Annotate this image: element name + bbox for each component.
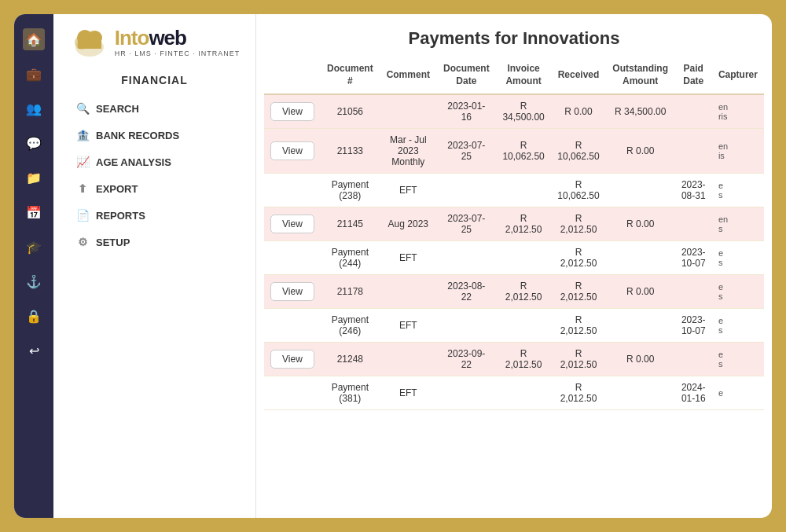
capturer-cell: e s xyxy=(712,309,764,343)
capturer-cell: e xyxy=(712,376,764,410)
logo-icon xyxy=(69,22,110,63)
nav-menu: 🔍 SEARCH 🏦 BANK RECORDS 📈 AGE ANALYSIS ⬆… xyxy=(53,96,255,256)
view-button[interactable]: View xyxy=(270,282,314,301)
paid-date-cell: 2023-10-07 xyxy=(675,241,712,275)
comment-cell: Mar - Jul 2023 Monthly xyxy=(380,129,437,174)
action-cell[interactable]: View xyxy=(264,343,321,376)
invoice-amount-cell xyxy=(496,174,551,207)
received-cell: R 0.00 xyxy=(551,94,606,129)
doc-date-cell: 2023-07-25 xyxy=(437,207,496,241)
nav-search-label: SEARCH xyxy=(96,103,139,115)
paid-date-cell: 2023-08-31 xyxy=(675,174,712,207)
svg-rect-5 xyxy=(78,39,101,49)
capturer-cell: e s xyxy=(712,275,764,309)
paid-date-cell xyxy=(675,94,712,129)
paid-date-cell xyxy=(675,207,712,241)
graduation-icon[interactable]: 🎓 xyxy=(23,236,45,258)
doc-date-cell: 2023-08-22 xyxy=(437,275,496,309)
doc-num-cell: Payment (244) xyxy=(321,241,380,275)
col-outstanding: Outstanding Amount xyxy=(606,57,675,94)
doc-num-cell: Payment (246) xyxy=(321,309,380,343)
view-button[interactable]: View xyxy=(270,141,314,160)
action-cell[interactable]: View xyxy=(264,129,321,174)
export-nav-icon: ⬆ xyxy=(75,182,90,195)
col-invoice-amount: Invoice Amount xyxy=(496,57,551,94)
table-row: View210562023-01-16R 34,500.00R 0.00R 34… xyxy=(264,94,764,129)
people-icon[interactable]: 👥 xyxy=(23,97,45,119)
doc-date-cell xyxy=(437,241,496,275)
folder-icon[interactable]: 📁 xyxy=(23,167,45,189)
table-row: View212482023-09-22R 2,012.50R 2,012.50R… xyxy=(264,343,764,376)
comment-cell xyxy=(380,275,437,309)
comment-cell: EFT xyxy=(380,241,437,275)
outstanding-cell xyxy=(606,309,675,343)
nav-reports[interactable]: 📄 REPORTS xyxy=(68,203,241,228)
nav-setup-label: SETUP xyxy=(96,237,130,248)
table-row: Payment (238)EFTR 10,062.502023-08-31e s xyxy=(264,174,764,207)
table-row: Payment (244)EFTR 2,012.502023-10-07e s xyxy=(264,241,764,275)
action-cell xyxy=(264,376,321,410)
action-cell[interactable]: View xyxy=(264,207,321,241)
nav-bank-records[interactable]: 🏦 BANK RECORDS xyxy=(68,123,241,148)
paid-date-cell: 2024-01-16 xyxy=(675,376,712,410)
home-icon[interactable]: 🏠 xyxy=(23,28,45,50)
doc-num-cell: 21133 xyxy=(321,129,380,174)
col-doc-num: Document # xyxy=(321,57,380,94)
briefcase-icon[interactable]: 💼 xyxy=(23,63,45,85)
outstanding-cell: R 34,500.00 xyxy=(606,94,675,129)
received-cell: R 2,012.50 xyxy=(551,376,606,410)
action-cell[interactable]: View xyxy=(264,275,321,309)
nav-export[interactable]: ⬆ EXPORT xyxy=(68,176,241,201)
action-cell xyxy=(264,241,321,275)
invoice-amount-cell: R 2,012.50 xyxy=(496,343,551,376)
col-capturer: Capturer xyxy=(712,57,764,94)
outstanding-cell: R 0.00 xyxy=(606,207,675,241)
calendar-icon[interactable]: 📅 xyxy=(23,201,45,223)
table-row: View211782023-08-22R 2,012.50R 2,012.50R… xyxy=(264,275,764,309)
table-row: View21145Aug 20232023-07-25R 2,012.50R 2… xyxy=(264,207,764,241)
doc-num-cell: 21178 xyxy=(321,275,380,309)
nav-search[interactable]: 🔍 SEARCH xyxy=(68,96,241,121)
capturer-cell: en ris xyxy=(712,94,764,129)
view-button[interactable]: View xyxy=(270,215,314,233)
brand-tagline: HR · LMS · FINTEC · INTRANET xyxy=(115,50,241,57)
received-cell: R 2,012.50 xyxy=(551,309,606,343)
logo-text: Intoweb HR · LMS · FINTEC · INTRANET xyxy=(115,28,241,57)
received-cell: R 2,012.50 xyxy=(551,207,606,241)
chat-icon[interactable]: 💬 xyxy=(23,132,45,154)
search-nav-icon: 🔍 xyxy=(75,102,90,115)
lock-icon[interactable]: 🔒 xyxy=(23,305,45,327)
doc-num-cell: 21145 xyxy=(321,207,380,241)
anchor-icon[interactable]: ⚓ xyxy=(23,270,45,292)
doc-num-cell: Payment (381) xyxy=(321,376,380,410)
setup-nav-icon: ⚙ xyxy=(75,236,90,248)
inner-container: 🏠 💼 👥 💬 📁 📅 🎓 ⚓ 🔒 ↩ xyxy=(14,14,772,518)
invoice-amount-cell: R 2,012.50 xyxy=(496,275,551,309)
table-wrapper[interactable]: Document # Comment Document Date Invoice… xyxy=(256,57,772,518)
action-cell xyxy=(264,309,321,343)
section-label: FINANCIAL xyxy=(121,74,187,86)
table-row: View21133Mar - Jul 2023 Monthly2023-07-2… xyxy=(264,129,764,174)
exit-icon[interactable]: ↩ xyxy=(23,339,45,361)
action-cell[interactable]: View xyxy=(264,94,321,129)
col-paid-date: Paid Date xyxy=(675,57,712,94)
invoice-amount-cell xyxy=(496,376,551,410)
paid-date-cell xyxy=(675,275,712,309)
nav-bank-label: BANK RECORDS xyxy=(96,130,179,141)
paid-date-cell: 2023-10-07 xyxy=(675,309,712,343)
nav-setup[interactable]: ⚙ SETUP xyxy=(68,229,241,255)
sidebar: Intoweb HR · LMS · FINTEC · INTRANET FIN… xyxy=(53,14,256,518)
view-button[interactable]: View xyxy=(270,102,314,121)
nav-age-analysis[interactable]: 📈 AGE ANALYSIS xyxy=(68,149,241,174)
paid-date-cell xyxy=(675,343,712,376)
view-button[interactable]: View xyxy=(270,350,314,369)
doc-num-cell: 21056 xyxy=(321,94,380,129)
table-row: Payment (246)EFTR 2,012.502023-10-07e s xyxy=(264,309,764,343)
doc-num-cell: Payment (238) xyxy=(321,174,380,207)
col-received: Received xyxy=(551,57,606,94)
received-cell: R 2,012.50 xyxy=(551,343,606,376)
outstanding-cell: R 0.00 xyxy=(606,275,675,309)
capturer-cell: en s xyxy=(712,207,764,241)
main-content: Payments for Innovations Document # Comm… xyxy=(256,14,772,518)
nav-reports-label: REPORTS xyxy=(96,210,145,222)
